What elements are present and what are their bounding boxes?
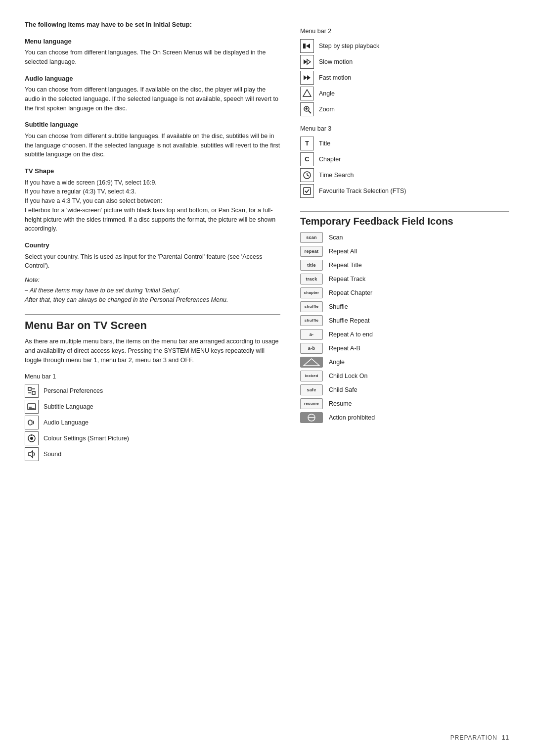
title-fb-icon: title xyxy=(300,260,323,271)
feedback-title: Temporary Feedback Field Icons xyxy=(300,211,509,227)
scan-icon-text: scan xyxy=(306,235,317,240)
feedback-action-prohibited: Action prohibited xyxy=(300,412,509,423)
chapter-fb-icon-text: chapter xyxy=(304,290,319,295)
feedback-shuffle-repeat: shuffle Shuffle Repeat xyxy=(300,315,509,326)
step-icon-svg xyxy=(303,42,312,50)
list-item: Slow motion xyxy=(300,55,509,69)
menu-language-section: Menu language You can choose from differ… xyxy=(25,37,280,67)
svg-marker-18 xyxy=(303,90,311,96)
footer-label: Preparation xyxy=(450,734,497,741)
shuffle-repeat-icon: shuffle xyxy=(300,315,323,326)
angle-fb-icon-svg xyxy=(303,358,320,367)
menu-bar-title: Menu Bar on TV Screen xyxy=(25,314,280,332)
audio-label: Audio Language xyxy=(44,419,89,426)
feedback-list: scan Scan repeat Repeat All title Repeat… xyxy=(300,232,509,423)
fts-label: Favourite Track Selection (FTS) xyxy=(319,188,406,194)
repeat-a-end-label: Repeat A to end xyxy=(329,331,373,338)
time-label: Time Search xyxy=(319,172,354,179)
pref-icon xyxy=(25,384,39,398)
svg-rect-12 xyxy=(303,44,306,48)
tv-shape-text: If you have a wide screen (16:9) TV, sel… xyxy=(25,178,280,234)
shuffle-icon-text: shuffle xyxy=(305,304,318,309)
repeat-track-label: Repeat Track xyxy=(329,276,365,283)
feedback-resume: resume Resume xyxy=(300,398,509,409)
repeat-icon-text: repeat xyxy=(305,249,319,254)
list-item: Step by step playback xyxy=(300,39,509,53)
zoom-icon xyxy=(300,102,314,116)
subtitle-label: Subtitle Language xyxy=(44,403,93,410)
svg-marker-14 xyxy=(304,59,307,64)
safe-icon-text: safe xyxy=(307,387,316,392)
menu-bar-2-label: Menu bar 2 xyxy=(300,27,509,36)
subtitle-language-heading: Subtitle language xyxy=(25,120,280,130)
audio-icon-svg xyxy=(27,418,36,427)
ab-icon: A-B xyxy=(300,343,323,354)
country-heading: Country xyxy=(25,240,280,250)
colour-icon xyxy=(25,431,39,445)
step-icon xyxy=(300,39,314,53)
svg-point-7 xyxy=(28,420,32,425)
colour-label: Colour Settings (Smart Picture) xyxy=(44,435,129,442)
svg-rect-0 xyxy=(28,387,31,390)
menu-bar-3-label: Menu bar 3 xyxy=(300,124,509,134)
pref-icon-svg xyxy=(27,386,36,395)
slow-icon-svg xyxy=(303,57,312,66)
chapter-fb-icon: chapter xyxy=(300,287,323,298)
list-item: Angle xyxy=(300,87,509,100)
shuffle-repeat-label: Shuffle Repeat xyxy=(329,317,369,324)
feedback-repeat-track: track Repeat Track xyxy=(300,274,509,284)
note-section: Note: – All these items may have to be s… xyxy=(25,276,280,304)
sound-icon xyxy=(25,447,39,461)
list-item: Audio Language xyxy=(25,416,280,429)
feedback-child-lock: locked Child Lock On xyxy=(300,371,509,381)
colour-icon-svg xyxy=(27,434,36,443)
resume-icon: resume xyxy=(300,398,323,409)
feedback-child-safe: safe Child Safe xyxy=(300,384,509,395)
title-fb-icon-text: title xyxy=(307,263,316,268)
svg-point-9 xyxy=(30,437,33,440)
locked-icon-text: locked xyxy=(305,374,318,378)
svg-line-20 xyxy=(309,111,311,113)
menu-bar-2-list: Step by step playback Slow motion xyxy=(300,39,509,116)
menu-language-text: You can choose from different languages.… xyxy=(25,48,280,67)
list-item: Personal Preferences xyxy=(25,384,280,398)
repeat-ab-label: Repeat A-B xyxy=(329,345,360,352)
svg-line-25 xyxy=(307,175,309,176)
title-icon: T xyxy=(300,137,314,150)
prohibited-label: Action prohibited xyxy=(329,414,375,421)
country-text: Select your country. This is used as inp… xyxy=(25,252,280,271)
list-item: Colour Settings (Smart Picture) xyxy=(25,431,280,445)
subtitle-icon-svg xyxy=(27,402,36,411)
list-item: Subtitle Language xyxy=(25,400,280,414)
audio-language-section: Audio language You can choose from diffe… xyxy=(25,74,280,113)
fast-icon-svg xyxy=(303,73,312,82)
step-label: Step by step playback xyxy=(319,43,379,49)
tv-shape-heading: TV Shape xyxy=(25,166,280,176)
feedback-repeat-chapter: chapter Repeat Chapter xyxy=(300,287,509,298)
angle-icon-svg xyxy=(303,89,312,98)
svg-marker-11 xyxy=(29,451,33,458)
subtitle-language-text: You can choose from different subtitle l… xyxy=(25,132,280,159)
page-number: 11 xyxy=(502,734,509,741)
audio-language-heading: Audio language xyxy=(25,74,280,84)
fast-label: Fast motion xyxy=(319,74,351,81)
fast-icon xyxy=(300,71,314,85)
svg-rect-3 xyxy=(32,391,35,394)
menu-bar-1-list: Personal Preferences Subtitle Language xyxy=(25,384,280,461)
chapter-label: Chapter xyxy=(319,156,341,163)
menu-bar-1-label: Menu bar 1 xyxy=(25,372,280,381)
scan-label: Scan xyxy=(329,234,343,241)
menu-language-heading: Menu language xyxy=(25,37,280,47)
resume-label: Resume xyxy=(329,400,352,407)
angle-label: Angle xyxy=(319,90,335,97)
feedback-scan: scan Scan xyxy=(300,232,509,243)
shuffle-icon: shuffle xyxy=(300,301,323,312)
repeat-title-label: Repeat Title xyxy=(329,262,362,269)
list-item: Favourite Track Selection (FTS) xyxy=(300,184,509,198)
slow-label: Slow motion xyxy=(319,58,353,65)
zoom-icon-svg xyxy=(303,105,312,114)
audio-icon xyxy=(25,416,39,429)
tv-shape-section: TV Shape If you have a wide screen (16:9… xyxy=(25,166,280,234)
feedback-angle: Angle xyxy=(300,357,509,368)
initial-setup-heading: The following items may have to be set i… xyxy=(25,20,280,30)
